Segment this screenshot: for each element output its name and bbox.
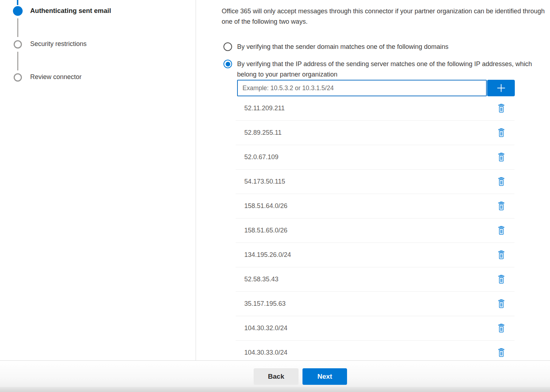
trash-icon: [497, 103, 505, 113]
ip-list-item: 158.51.65.0/26: [236, 218, 514, 243]
authenticating-sent-email-panel: Office 365 will only accept messages thr…: [222, 0, 550, 360]
step-active-dot-icon: [13, 6, 23, 16]
ip-list-item: 134.195.26.0/24: [236, 243, 514, 267]
trash-icon: [497, 152, 505, 162]
step-security-restrictions[interactable]: Security restrictions: [30, 40, 87, 48]
ip-list-item: 54.173.50.115: [236, 170, 514, 194]
plus-icon: [495, 82, 507, 94]
ip-address-value: 52.0.67.109: [244, 153, 496, 161]
radio-selected-icon[interactable]: [223, 60, 232, 68]
trash-icon: [497, 201, 505, 211]
bottom-bar: [0, 387, 550, 392]
trash-icon: [497, 348, 505, 358]
delete-ip-button[interactable]: [496, 128, 506, 138]
ip-list-item: 52.11.209.211: [236, 96, 514, 121]
step-authenticating-sent-email[interactable]: Authenticating sent email: [30, 7, 111, 15]
delete-ip-button[interactable]: [496, 348, 506, 358]
delete-ip-button[interactable]: [496, 201, 506, 211]
radio-unselected-icon[interactable]: [223, 42, 232, 51]
ip-list-item: 52.58.35.43: [236, 267, 514, 292]
ip-address-value: 104.30.33.0/24: [244, 349, 496, 356]
trash-icon: [497, 323, 505, 333]
ip-entry-row: [237, 80, 515, 96]
step-connector-line: [17, 52, 18, 70]
trash-icon: [497, 226, 505, 235]
delete-ip-button[interactable]: [496, 152, 506, 162]
ip-address-value: 52.89.255.11: [244, 129, 496, 137]
delete-ip-button[interactable]: [496, 226, 506, 236]
delete-ip-button[interactable]: [496, 299, 506, 309]
trash-icon: [497, 177, 505, 186]
delete-ip-button[interactable]: [496, 250, 506, 260]
ip-list-item: 104.30.33.0/24: [236, 341, 514, 360]
step-review-connector[interactable]: Review connector: [30, 73, 82, 81]
back-button[interactable]: Back: [254, 368, 299, 385]
ip-list-item: 35.157.195.63: [236, 292, 514, 316]
trash-icon: [497, 275, 505, 284]
ip-address-value: 158.51.65.0/26: [244, 227, 496, 234]
ip-list-item: 104.30.32.0/24: [236, 316, 514, 341]
new-connector-wizard: Authenticating sent email Security restr…: [0, 0, 550, 392]
ip-address-value: 52.11.209.211: [244, 105, 496, 112]
ip-address-value: 104.30.32.0/24: [244, 324, 496, 332]
ip-address-list: 52.11.209.211 52.89: [236, 96, 514, 360]
option-sender-domain[interactable]: By verifying that the sender domain matc…: [223, 42, 448, 51]
step-upcoming-circle-icon: [14, 73, 22, 82]
intro-text: Office 365 will only accept messages thr…: [222, 6, 550, 27]
wizard-steps-sidebar: Authenticating sent email Security restr…: [0, 0, 196, 360]
add-ip-button[interactable]: [487, 80, 515, 96]
ip-address-value: 134.195.26.0/24: [244, 251, 496, 259]
step-connector-line: [17, 18, 18, 37]
ip-list-item: 52.89.255.11: [236, 121, 514, 145]
delete-ip-button[interactable]: [496, 275, 506, 285]
ip-address-value: 158.51.64.0/26: [244, 202, 496, 210]
trash-icon: [497, 128, 505, 138]
delete-ip-button[interactable]: [496, 323, 506, 333]
delete-ip-button[interactable]: [496, 177, 506, 187]
trash-icon: [497, 250, 505, 260]
ip-address-value: 52.58.35.43: [244, 276, 496, 283]
next-button[interactable]: Next: [302, 368, 347, 385]
option-sender-domain-label: By verifying that the sender domain matc…: [237, 42, 448, 51]
option-ip-address-label: By verifying that the IP address of the …: [237, 59, 532, 79]
wizard-footer: Back Next: [0, 361, 550, 392]
step-upcoming-circle-icon: [14, 40, 22, 49]
ip-address-value: 54.173.50.115: [244, 178, 496, 185]
ip-list-item: 158.51.64.0/26: [236, 194, 514, 218]
step-connector-line-completed: [17, 0, 18, 5]
ip-address-input[interactable]: [237, 80, 487, 96]
delete-ip-button[interactable]: [496, 103, 506, 114]
trash-icon: [497, 299, 505, 309]
ip-address-value: 35.157.195.63: [244, 300, 496, 308]
ip-list-item: 52.0.67.109: [236, 145, 514, 170]
option-ip-address[interactable]: By verifying that the IP address of the …: [223, 60, 532, 79]
